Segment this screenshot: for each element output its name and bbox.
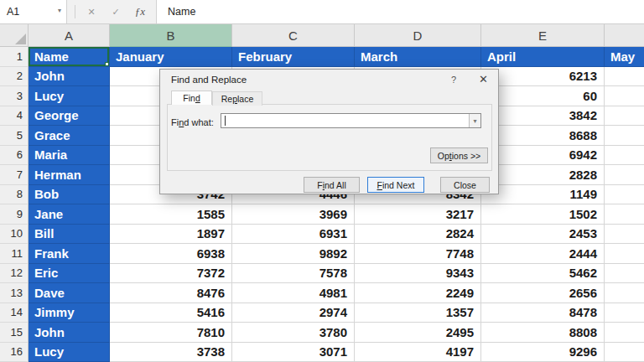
cell-C13[interactable]: 4981 [232, 283, 355, 303]
cell-D10[interactable]: 2824 [355, 225, 481, 245]
cell-F12[interactable] [605, 264, 644, 284]
cell-A11[interactable]: Frank [29, 244, 110, 264]
column-header-F[interactable] [605, 24, 644, 47]
cell-E16[interactable]: 9296 [481, 343, 605, 362]
row-header-16[interactable]: 16 [0, 343, 29, 362]
cell-F7[interactable] [605, 165, 644, 185]
name-box-dropdown-icon[interactable]: ▾ [58, 8, 61, 14]
find-all-button[interactable]: Find All [304, 177, 360, 193]
cell-F16[interactable] [605, 343, 644, 362]
enter-icon[interactable]: ✓ [107, 7, 124, 18]
cell-B13[interactable]: 8476 [110, 283, 232, 303]
cell-E6[interactable]: 6942 [481, 146, 605, 166]
cell-E12[interactable]: 5462 [481, 264, 605, 284]
cell-E15[interactable]: 8808 [481, 323, 605, 343]
row-header-2[interactable]: 2 [0, 67, 29, 87]
row-header-3[interactable]: 3 [0, 86, 29, 106]
cell-B9[interactable]: 1585 [110, 204, 232, 225]
tab-replace[interactable]: Replace [212, 91, 262, 106]
tab-find[interactable]: Find [171, 90, 212, 105]
cell-D1[interactable]: March [355, 47, 481, 67]
cell-C15[interactable]: 3780 [232, 323, 355, 343]
cell-A13[interactable]: Dave [29, 283, 110, 303]
cell-E14[interactable]: 8478 [481, 303, 605, 323]
row-header-9[interactable]: 9 [0, 204, 29, 225]
cell-F6[interactable] [605, 146, 644, 166]
close-button[interactable]: Close [440, 177, 490, 193]
column-header-D[interactable]: D [355, 24, 481, 47]
cell-D14[interactable]: 1357 [355, 303, 481, 323]
cell-A1[interactable]: Name [29, 47, 110, 67]
cell-C11[interactable]: 9892 [232, 244, 355, 264]
cell-F1[interactable]: May [605, 47, 644, 67]
cell-F11[interactable] [605, 244, 644, 264]
cell-B1[interactable]: January [110, 47, 232, 67]
cell-E3[interactable]: 60 [481, 86, 605, 106]
cell-A8[interactable]: Bob [29, 185, 110, 205]
cell-E9[interactable]: 1502 [481, 204, 605, 225]
row-header-12[interactable]: 12 [0, 264, 29, 284]
cell-C10[interactable]: 6931 [232, 225, 355, 245]
cell-E4[interactable]: 3842 [481, 106, 605, 127]
row-header-6[interactable]: 6 [0, 146, 29, 166]
row-header-14[interactable]: 14 [0, 303, 29, 323]
cell-E1[interactable]: April [481, 47, 605, 67]
cell-B10[interactable]: 1897 [110, 225, 232, 245]
cell-F4[interactable] [605, 106, 644, 127]
cell-B11[interactable]: 6938 [110, 244, 232, 264]
cell-A14[interactable]: Jimmy [29, 303, 110, 323]
cell-A7[interactable]: Herman [29, 165, 110, 185]
column-header-A[interactable]: A [29, 24, 110, 47]
cell-A10[interactable]: Bill [29, 225, 110, 245]
row-header-4[interactable]: 4 [0, 106, 29, 127]
find-what-input[interactable]: ▾ [221, 113, 481, 128]
cell-F15[interactable] [605, 323, 644, 343]
cell-C12[interactable]: 7578 [232, 264, 355, 284]
cell-A16[interactable]: Lucy [29, 343, 110, 362]
insert-function-icon[interactable]: ƒx [132, 5, 148, 18]
name-box[interactable]: A1 ▾ [0, 0, 67, 23]
dialog-title[interactable]: Find and Replace [171, 75, 247, 85]
row-header-7[interactable]: 7 [0, 165, 29, 185]
cell-C1[interactable]: February [232, 47, 355, 67]
cell-F2[interactable] [605, 67, 644, 87]
cell-D12[interactable]: 9343 [355, 264, 481, 284]
cell-E7[interactable]: 2828 [481, 165, 605, 185]
cell-F9[interactable] [605, 204, 644, 225]
select-all-corner[interactable] [0, 24, 29, 47]
find-what-dropdown-icon[interactable]: ▾ [469, 114, 480, 127]
cell-D11[interactable]: 7748 [355, 244, 481, 264]
cell-A2[interactable]: John [29, 67, 110, 87]
cell-D16[interactable]: 4197 [355, 343, 481, 362]
formula-input[interactable]: Name [156, 0, 644, 23]
cell-A3[interactable]: Lucy [29, 86, 110, 106]
cell-B16[interactable]: 3738 [110, 343, 232, 362]
row-header-8[interactable]: 8 [0, 185, 29, 205]
help-icon[interactable]: ? [451, 75, 456, 85]
cell-F10[interactable] [605, 225, 644, 245]
cell-F3[interactable] [605, 86, 644, 106]
cell-E5[interactable]: 8688 [481, 126, 605, 146]
cell-A9[interactable]: Jane [29, 204, 110, 225]
cell-C14[interactable]: 2974 [232, 303, 355, 323]
cell-A4[interactable]: George [29, 106, 110, 127]
cell-A5[interactable]: Grace [29, 126, 110, 146]
cell-F5[interactable] [605, 126, 644, 146]
row-header-10[interactable]: 10 [0, 225, 29, 245]
cell-F8[interactable] [605, 185, 644, 205]
cell-E2[interactable]: 6213 [481, 67, 605, 87]
find-next-button[interactable]: Find Next [367, 177, 424, 193]
cell-B12[interactable]: 7372 [110, 264, 232, 284]
row-header-15[interactable]: 15 [0, 323, 29, 343]
cell-B14[interactable]: 5416 [110, 303, 232, 323]
cell-D9[interactable]: 3217 [355, 204, 481, 225]
cell-A6[interactable]: Maria [29, 146, 110, 166]
row-header-11[interactable]: 11 [0, 244, 29, 264]
cell-B15[interactable]: 7810 [110, 323, 232, 343]
cell-E8[interactable]: 1149 [481, 185, 605, 205]
column-header-C[interactable]: C [232, 24, 355, 47]
cell-F14[interactable] [605, 303, 644, 323]
cell-C9[interactable]: 3969 [232, 204, 355, 225]
cell-A12[interactable]: Eric [29, 264, 110, 284]
cell-C16[interactable]: 3071 [232, 343, 355, 362]
